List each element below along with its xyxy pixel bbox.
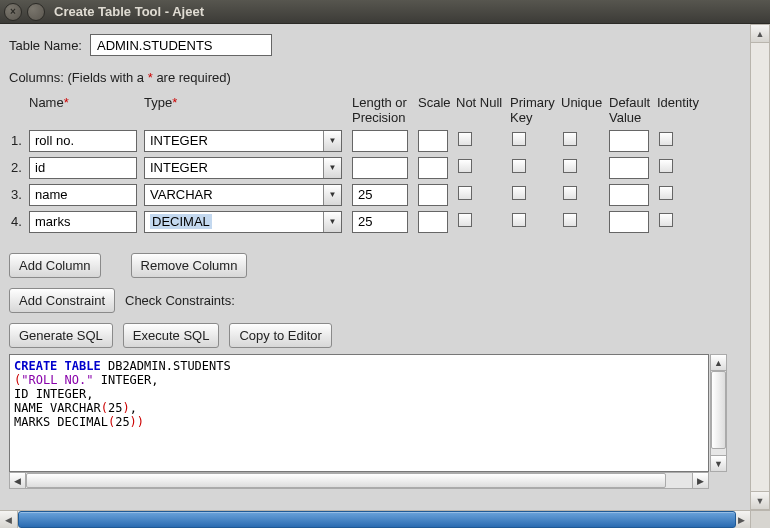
- column-name-input[interactable]: [29, 157, 137, 179]
- column-row: 2.INTEGER▼: [29, 154, 741, 181]
- window-vertical-scrollbar[interactable]: ▲ ▼: [750, 24, 770, 510]
- content-pane: Table Name: Columns: (Fields with a * ar…: [0, 24, 750, 510]
- header-scale: Scale: [418, 95, 456, 110]
- default-value-input[interactable]: [609, 157, 649, 179]
- sql-preview[interactable]: CREATE TABLE DB2ADMIN.STUDENTS ("ROLL NO…: [9, 354, 709, 472]
- row-number: 3.: [11, 187, 29, 202]
- header-not-null: Not Null: [456, 95, 510, 110]
- column-row: 4.DECIMAL▼: [29, 208, 741, 235]
- identity-checkbox[interactable]: [659, 159, 673, 173]
- columns-grid: Name* Type* Length or Precision Scale No…: [29, 95, 741, 235]
- scroll-left-icon[interactable]: ◀: [10, 473, 26, 488]
- not-null-checkbox[interactable]: [458, 159, 472, 173]
- unique-checkbox[interactable]: [563, 186, 577, 200]
- scroll-thumb[interactable]: [18, 511, 736, 528]
- default-value-input[interactable]: [609, 211, 649, 233]
- window-title: Create Table Tool - Ajeet: [54, 4, 204, 19]
- scroll-thumb[interactable]: [26, 473, 666, 488]
- close-icon[interactable]: ×: [4, 3, 22, 21]
- copy-to-editor-button[interactable]: Copy to Editor: [229, 323, 331, 348]
- table-name-label: Table Name:: [9, 38, 82, 53]
- execute-sql-button[interactable]: Execute SQL: [123, 323, 220, 348]
- scroll-left-icon[interactable]: ◀: [0, 511, 18, 528]
- column-row: 1.INTEGER▼: [29, 127, 741, 154]
- unique-checkbox[interactable]: [563, 132, 577, 146]
- header-type: Type: [144, 95, 172, 110]
- column-length-input[interactable]: [352, 184, 408, 206]
- column-name-input[interactable]: [29, 184, 137, 206]
- header-identity: Identity: [657, 95, 707, 110]
- add-constraint-button[interactable]: Add Constraint: [9, 288, 115, 313]
- minimize-icon[interactable]: [27, 3, 45, 21]
- column-name-input[interactable]: [29, 211, 137, 233]
- column-type-select[interactable]: INTEGER▼: [144, 130, 342, 152]
- header-primary-key: Primary Key: [510, 95, 561, 125]
- header-default-value: Default Value: [609, 95, 657, 125]
- table-name-input[interactable]: [90, 34, 272, 56]
- column-scale-input[interactable]: [418, 157, 448, 179]
- scroll-up-icon[interactable]: ▲: [711, 355, 726, 371]
- primary-key-checkbox[interactable]: [512, 132, 526, 146]
- header-length: Length or Precision: [352, 95, 418, 125]
- chevron-down-icon[interactable]: ▼: [323, 212, 341, 232]
- column-length-input[interactable]: [352, 157, 408, 179]
- scroll-down-icon[interactable]: ▼: [711, 455, 726, 471]
- default-value-input[interactable]: [609, 184, 649, 206]
- identity-checkbox[interactable]: [659, 213, 673, 227]
- column-length-input[interactable]: [352, 130, 408, 152]
- window-horizontal-scrollbar[interactable]: ◀ ▶: [0, 510, 770, 528]
- remove-column-button[interactable]: Remove Column: [131, 253, 248, 278]
- row-number: 1.: [11, 133, 29, 148]
- column-scale-input[interactable]: [418, 184, 448, 206]
- header-unique: Unique: [561, 95, 609, 110]
- primary-key-checkbox[interactable]: [512, 159, 526, 173]
- default-value-input[interactable]: [609, 130, 649, 152]
- check-constraints-label: Check Constraints:: [125, 293, 235, 308]
- unique-checkbox[interactable]: [563, 213, 577, 227]
- primary-key-checkbox[interactable]: [512, 186, 526, 200]
- columns-section-label: Columns: (Fields with a * are required): [9, 70, 741, 85]
- column-length-input[interactable]: [352, 211, 408, 233]
- not-null-checkbox[interactable]: [458, 186, 472, 200]
- sql-vertical-scrollbar[interactable]: ▲ ▼: [710, 354, 727, 472]
- chevron-down-icon[interactable]: ▼: [323, 185, 341, 205]
- scroll-down-icon[interactable]: ▼: [751, 491, 769, 509]
- header-name: Name: [29, 95, 64, 110]
- scroll-right-icon[interactable]: ▶: [692, 473, 708, 488]
- column-row: 3.VARCHAR▼: [29, 181, 741, 208]
- row-number: 2.: [11, 160, 29, 175]
- chevron-down-icon[interactable]: ▼: [323, 158, 341, 178]
- chevron-down-icon[interactable]: ▼: [323, 131, 341, 151]
- scroll-up-icon[interactable]: ▲: [751, 25, 769, 43]
- column-type-select[interactable]: DECIMAL▼: [144, 211, 342, 233]
- column-scale-input[interactable]: [418, 211, 448, 233]
- scroll-thumb[interactable]: [711, 371, 726, 449]
- scroll-corner: [750, 511, 770, 528]
- window-body: Table Name: Columns: (Fields with a * ar…: [0, 24, 770, 528]
- not-null-checkbox[interactable]: [458, 132, 472, 146]
- add-column-button[interactable]: Add Column: [9, 253, 101, 278]
- sql-horizontal-scrollbar[interactable]: ◀ ▶: [9, 472, 709, 489]
- column-type-select[interactable]: VARCHAR▼: [144, 184, 342, 206]
- identity-checkbox[interactable]: [659, 132, 673, 146]
- unique-checkbox[interactable]: [563, 159, 577, 173]
- window-titlebar: × Create Table Tool - Ajeet: [0, 0, 770, 24]
- identity-checkbox[interactable]: [659, 186, 673, 200]
- not-null-checkbox[interactable]: [458, 213, 472, 227]
- generate-sql-button[interactable]: Generate SQL: [9, 323, 113, 348]
- column-scale-input[interactable]: [418, 130, 448, 152]
- row-number: 4.: [11, 214, 29, 229]
- column-type-select[interactable]: INTEGER▼: [144, 157, 342, 179]
- primary-key-checkbox[interactable]: [512, 213, 526, 227]
- column-name-input[interactable]: [29, 130, 137, 152]
